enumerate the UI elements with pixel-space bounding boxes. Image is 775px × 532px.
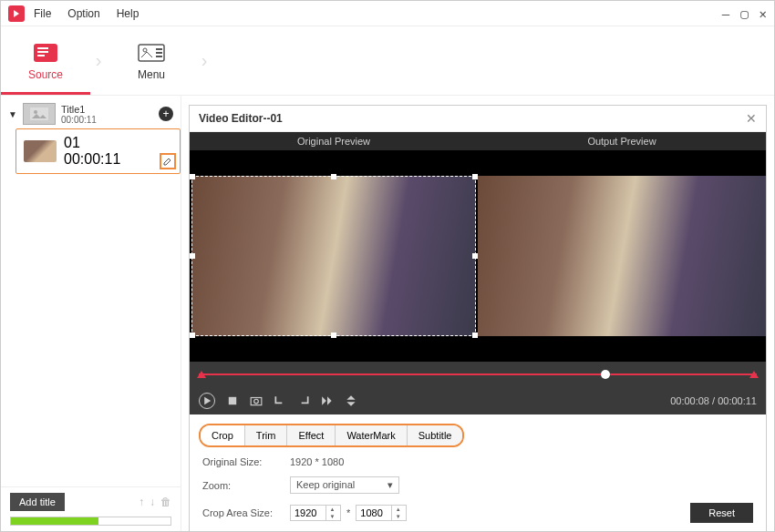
up-arrow-icon[interactable]: ▲ <box>392 506 404 513</box>
delete-button[interactable]: 🗑 <box>160 496 171 508</box>
tree-title-item[interactable]: ▼ Title1 00:00:11 + <box>1 99 181 128</box>
zoom-select[interactable]: Keep original▾ <box>290 476 399 494</box>
add-clip-button[interactable]: + <box>159 107 173 121</box>
svg-point-10 <box>34 110 37 114</box>
tab-crop[interactable]: Crop <box>201 425 245 445</box>
move-up-button[interactable]: ↑ <box>139 496 144 508</box>
editor-close-button[interactable]: ✕ <box>746 111 757 126</box>
step-source-tab[interactable]: Source <box>1 26 90 95</box>
stop-button[interactable] <box>226 394 239 407</box>
progress-bar <box>10 517 171 526</box>
edit-clip-button[interactable] <box>160 153 176 169</box>
menu-help[interactable]: Help <box>117 7 140 20</box>
flip-button[interactable] <box>345 394 357 407</box>
step-tabs: Source › Menu › <box>1 26 774 96</box>
play-button[interactable] <box>199 393 215 409</box>
rotate-left-button[interactable] <box>274 394 286 407</box>
playhead[interactable] <box>601 370 610 379</box>
crop-area-label: Crop Area Size: <box>202 507 290 518</box>
tab-trim[interactable]: Trim <box>245 425 288 445</box>
tab-effect[interactable]: Effect <box>287 425 336 445</box>
original-preview-label: Original Preview <box>190 132 478 150</box>
menu-icon <box>137 41 166 65</box>
editor-tabs: Crop Trim Effect WaterMark Subtitle <box>199 424 464 447</box>
step-forward-button[interactable] <box>321 394 334 407</box>
svg-rect-1 <box>37 47 48 49</box>
step-menu-label: Menu <box>138 68 165 81</box>
up-arrow-icon[interactable]: ▲ <box>326 506 338 513</box>
sidebar: ▼ Title1 00:00:11 + 01 00:00:11 <box>1 96 181 531</box>
add-title-button[interactable]: Add title <box>10 493 65 511</box>
clip-thumbnail <box>24 140 57 162</box>
tree-clip-time: 00:00:11 <box>64 151 120 168</box>
out-marker[interactable] <box>749 371 759 378</box>
svg-rect-8 <box>156 56 162 57</box>
move-down-button[interactable]: ↓ <box>150 496 155 508</box>
svg-rect-2 <box>37 51 48 53</box>
maximize-button[interactable]: ▢ <box>740 6 748 21</box>
app-icon <box>8 5 25 22</box>
tree-clip-item[interactable]: 01 00:00:11 <box>16 128 181 174</box>
menu-file[interactable]: File <box>34 7 51 20</box>
crop-width-stepper[interactable]: ▲▼ <box>290 505 341 521</box>
original-size-value: 1920 * 1080 <box>290 456 344 467</box>
chevron-icon: › <box>196 26 212 95</box>
svg-rect-3 <box>37 55 45 56</box>
source-tree: ▼ Title1 00:00:11 + 01 00:00:11 <box>1 96 181 486</box>
minimize-button[interactable]: — <box>722 6 729 21</box>
timeline[interactable] <box>190 362 766 387</box>
crop-selection[interactable] <box>191 176 476 336</box>
player-controls: 00:00:08 / 00:00:11 <box>190 387 766 414</box>
svg-rect-11 <box>229 397 236 404</box>
tree-title-time: 00:00:11 <box>61 115 153 125</box>
chevron-icon: › <box>90 26 107 95</box>
zoom-label: Zoom: <box>202 480 290 491</box>
down-arrow-icon[interactable]: ▼ <box>326 513 338 520</box>
titlebar: File Option Help — ▢ ✕ <box>1 1 774 26</box>
source-icon <box>31 41 60 65</box>
output-preview-label: Output Preview <box>478 132 766 150</box>
dropdown-icon: ▾ <box>388 479 393 491</box>
editor-area: Video Editor--01 ✕ Original Preview <box>181 96 774 531</box>
times-label: * <box>346 507 350 518</box>
original-size-label: Original Size: <box>202 456 290 467</box>
editor-title: Video Editor--01 <box>199 112 283 125</box>
collapse-icon[interactable]: ▼ <box>8 109 17 119</box>
svg-rect-7 <box>156 52 162 54</box>
original-preview[interactable] <box>190 150 478 362</box>
crop-settings: Original Size: 1920 * 1080 Zoom: Keep or… <box>190 447 766 532</box>
step-source-label: Source <box>28 68 63 81</box>
snapshot-button[interactable] <box>250 394 263 407</box>
tree-title-name: Title1 <box>61 104 153 115</box>
title-thumbnail <box>23 103 56 125</box>
svg-point-5 <box>143 48 147 52</box>
tab-subtitle[interactable]: Subtitle <box>408 425 463 445</box>
in-marker[interactable] <box>197 371 206 378</box>
reset-button[interactable]: Reset <box>690 503 753 523</box>
crop-width-input[interactable] <box>291 506 326 520</box>
close-button[interactable]: ✕ <box>760 6 767 21</box>
rotate-right-button[interactable] <box>297 394 310 407</box>
output-preview <box>478 150 766 362</box>
menu-option[interactable]: Option <box>67 7 99 20</box>
tree-clip-name: 01 <box>64 135 120 151</box>
svg-rect-6 <box>156 48 162 50</box>
crop-height-stepper[interactable]: ▲▼ <box>356 505 407 521</box>
time-display: 00:00:08 / 00:00:11 <box>670 395 757 406</box>
video-editor-dialog: Video Editor--01 ✕ Original Preview <box>189 105 767 532</box>
tab-watermark[interactable]: WaterMark <box>336 425 407 445</box>
step-menu-tab[interactable]: Menu <box>107 26 196 95</box>
svg-point-13 <box>254 399 259 404</box>
crop-height-input[interactable] <box>356 506 391 520</box>
down-arrow-icon[interactable]: ▼ <box>392 513 404 520</box>
